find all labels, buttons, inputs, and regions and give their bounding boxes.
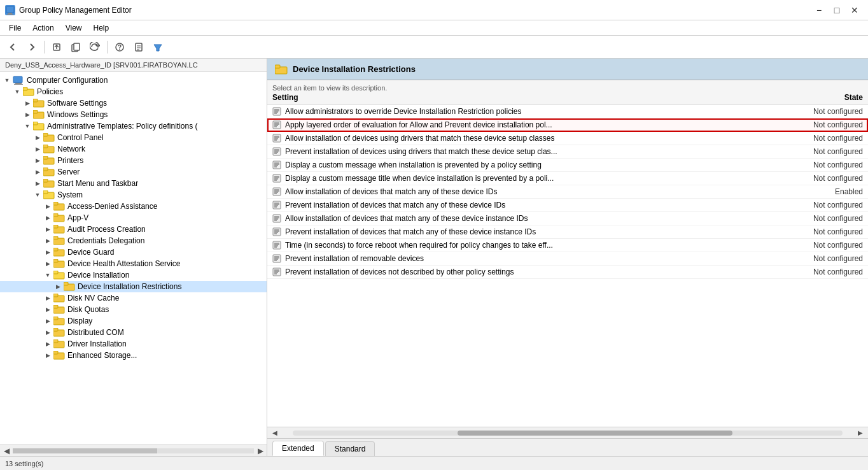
tree-expand[interactable]: ▶	[43, 317, 52, 325]
tree-item-access-denied[interactable]: ▶ Access-Denied Assistance	[0, 201, 267, 212]
toolbar-up[interactable]	[48, 39, 66, 55]
tree-expand[interactable]: ▼	[23, 122, 32, 131]
tree-expand[interactable]: ▶	[43, 202, 52, 211]
tree-expand[interactable]: ▶	[43, 236, 52, 245]
setting-row-s1[interactable]: Allow administrators to override Device …	[267, 105, 868, 118]
toolbar-doc[interactable]	[130, 39, 148, 55]
setting-label: Display a custom message when installati…	[285, 160, 542, 169]
setting-row-s5[interactable]: Display a custom message when installati…	[267, 159, 868, 172]
tree-item-printers[interactable]: ▶ Printers	[0, 155, 267, 166]
folder-header-icon	[275, 64, 288, 75]
setting-row-s6[interactable]: Display a custom message title when devi…	[267, 172, 868, 185]
tree-expand[interactable]: ▼	[33, 190, 42, 199]
menu-view[interactable]: View	[60, 22, 87, 34]
setting-row-s9[interactable]: Allow installation of devices that match…	[267, 212, 868, 225]
svg-rect-21	[33, 110, 38, 113]
toolbar-forward[interactable]	[23, 39, 41, 55]
tree-expand[interactable]: ▶	[43, 225, 52, 234]
tree-hscroll[interactable]: ◀ ▶	[0, 445, 267, 456]
tree-expand[interactable]: ▼	[3, 76, 11, 85]
policy-icon	[272, 174, 281, 183]
toolbar-copy[interactable]	[67, 39, 85, 55]
tree-expand[interactable]: ▶	[33, 133, 42, 142]
column-state: State	[748, 93, 863, 102]
tab-standard[interactable]: Standard	[325, 441, 375, 456]
tree-item-enhanced-storage[interactable]: ▶ Enhanced Storage...	[0, 350, 267, 361]
tree-item-device-install-restrict[interactable]: ▶ Device Installation Restrictions	[0, 281, 267, 292]
tree-item-computer-config[interactable]: ▼ Computer Configuration	[0, 75, 267, 86]
tree-icon	[53, 236, 65, 245]
tree-expand[interactable]: ▶	[43, 339, 52, 348]
tree-item-disk-nv-cache[interactable]: ▶ Disk NV Cache	[0, 292, 267, 304]
tree-expand[interactable]: ▶	[43, 248, 52, 257]
toolbar-refresh[interactable]	[86, 39, 104, 55]
tree-item-network[interactable]: ▶ Network	[0, 143, 267, 155]
tree-expand[interactable]: ▶	[43, 351, 52, 360]
tree-item-server[interactable]: ▶ Server	[0, 166, 267, 178]
tree-item-software-settings[interactable]: ▶ Software Settings	[0, 97, 267, 109]
tree-expand[interactable]: ▼	[13, 87, 22, 96]
svg-rect-14	[15, 83, 22, 84]
policy-icon	[272, 107, 281, 116]
setting-row-s2[interactable]: Apply layered order of evaluation for Al…	[267, 118, 868, 132]
setting-row-s3[interactable]: Allow installation of devices using driv…	[267, 132, 868, 145]
close-button[interactable]: ✕	[846, 4, 863, 17]
setting-row-s4[interactable]: Prevent installation of devices using dr…	[267, 145, 868, 159]
tree-expand[interactable]: ▶	[43, 294, 52, 303]
toolbar-help[interactable]: ?	[111, 39, 129, 55]
menu-help[interactable]: Help	[88, 22, 115, 34]
tree-expand[interactable]: ▶	[33, 179, 42, 188]
tree-item-start-menu[interactable]: ▶ Start Menu and Taskbar	[0, 178, 267, 189]
tree-expand[interactable]: ▶	[33, 167, 42, 176]
tree-item-credentials[interactable]: ▶ Credentials Delegation	[0, 235, 267, 246]
hscroll-thumb[interactable]	[458, 431, 732, 436]
tree-expand[interactable]: ▶	[23, 99, 32, 108]
tree-item-driver-install[interactable]: ▶ Driver Installation	[0, 338, 267, 350]
tab-extended[interactable]: Extended	[272, 441, 324, 456]
tree-item-admin-templates[interactable]: ▼ Administrative Templates: Policy defin…	[0, 120, 267, 132]
toolbar-back[interactable]	[4, 39, 22, 55]
tree-item-system[interactable]: ▼ System	[0, 189, 267, 201]
setting-row-s11[interactable]: Time (in seconds) to force reboot when r…	[267, 239, 868, 252]
tree-item-app-v[interactable]: ▶ App-V	[0, 212, 267, 224]
tree-item-windows-settings[interactable]: ▶ Windows Settings	[0, 109, 267, 120]
tree-expand[interactable]: ▶	[23, 110, 32, 119]
tree-item-control-panel[interactable]: ▶ Control Panel	[0, 132, 267, 143]
right-hscroll[interactable]: ◀ ▶	[267, 427, 868, 438]
menu-file[interactable]: File	[4, 22, 26, 34]
hscroll-track[interactable]	[293, 431, 843, 436]
setting-row-s7[interactable]: Allow installation of devices that match…	[267, 185, 868, 199]
setting-content: Allow installation of devices that match…	[272, 214, 748, 223]
tree-expand[interactable]: ▶	[43, 213, 52, 222]
content-header: Select an item to view its description. …	[267, 80, 868, 105]
maximize-button[interactable]: □	[829, 4, 845, 17]
minimize-button[interactable]: −	[811, 4, 827, 17]
tree-expand[interactable]: ▼	[43, 271, 52, 280]
tree-expand[interactable]: ▶	[43, 305, 52, 314]
tree-expand[interactable]: ▶	[53, 282, 62, 291]
setting-row-s12[interactable]: Prevent installation of removable device…	[267, 252, 868, 266]
tree-expand[interactable]: ▶	[33, 145, 42, 153]
settings-list[interactable]: Allow administrators to override Device …	[267, 105, 868, 427]
setting-row-s10[interactable]: Prevent installation of devices that mat…	[267, 225, 868, 239]
toolbar-filter[interactable]	[149, 39, 167, 55]
menu-action[interactable]: Action	[27, 22, 59, 34]
setting-label: Prevent installation of removable device…	[285, 254, 424, 263]
tree-expand[interactable]: ▶	[43, 328, 52, 337]
setting-row-s13[interactable]: Prevent installation of devices not desc…	[267, 266, 868, 279]
tree-item-device-health[interactable]: ▶ Device Health Attestation Service	[0, 258, 267, 269]
tree-item-display[interactable]: ▶ Display	[0, 315, 267, 327]
tree-item-distributed-com[interactable]: ▶ Distributed COM	[0, 327, 267, 338]
tree-item-policies[interactable]: ▼ Policies	[0, 86, 267, 97]
svg-rect-57	[53, 317, 58, 320]
setting-row-s8[interactable]: Prevent installation of devices that mat…	[267, 199, 868, 212]
svg-rect-43	[53, 236, 58, 239]
tree-item-device-guard[interactable]: ▶ Device Guard	[0, 246, 267, 258]
tree-item-device-install[interactable]: ▼ Device Installation	[0, 269, 267, 281]
tree-item-audit-process[interactable]: ▶ Audit Process Creation	[0, 224, 267, 235]
tree-expand[interactable]: ▶	[33, 156, 42, 165]
tree-item-disk-quotas[interactable]: ▶ Disk Quotas	[0, 304, 267, 315]
tree-content[interactable]: ▼ Computer Configuration▼ Policies▶ Soft…	[0, 72, 267, 445]
tree-expand[interactable]: ▶	[43, 259, 52, 268]
setting-state: Not configured	[748, 160, 863, 169]
